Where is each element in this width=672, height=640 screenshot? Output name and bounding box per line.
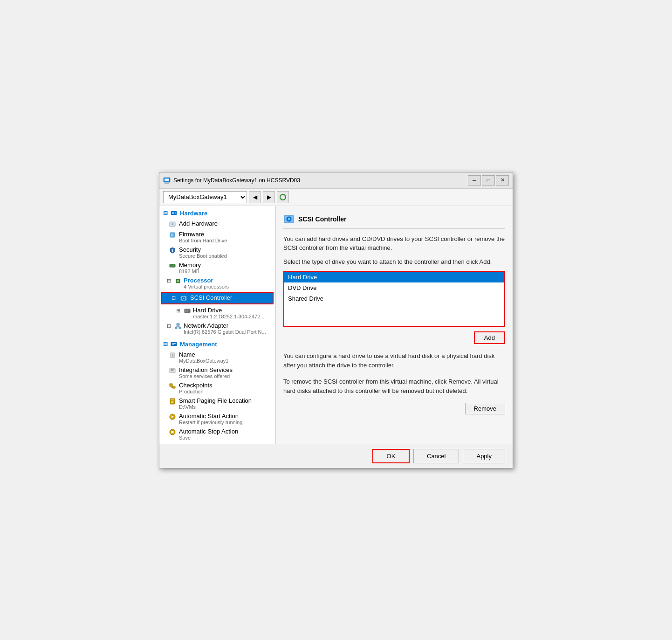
content-area: ⊟ Hardware + Add Hardwar <box>159 206 513 444</box>
name-label: Name <box>179 351 228 358</box>
app-icon <box>163 177 171 184</box>
maximize-button[interactable]: □ <box>482 175 495 186</box>
sidebar-item-paging[interactable]: Smart Paging File Location D:\VMs <box>159 396 275 411</box>
svg-rect-18 <box>171 267 171 268</box>
svg-rect-35 <box>179 327 181 329</box>
sidebar-item-name[interactable]: I Name MyDataBoxGateway1 <box>159 350 275 365</box>
sidebar-section-management[interactable]: ⊟ Management <box>159 339 275 350</box>
integration-icon <box>169 367 176 374</box>
sidebar-item-hard-drive[interactable]: ⊞ Hard Drive master.1.2.18252.1-304-2472… <box>159 305 275 321</box>
forward-button[interactable]: ▶ <box>263 191 275 203</box>
svg-rect-33 <box>177 323 179 325</box>
svg-rect-8 <box>175 213 176 213</box>
network-content: Network Adapter Intel(R) 82576 Gigabit D… <box>184 322 266 335</box>
drive-option-shared-drive[interactable]: Shared Drive <box>284 293 504 304</box>
scsi-content: SCSI Controller <box>190 294 232 301</box>
drive-option-hard-drive[interactable]: Hard Drive <box>284 272 504 282</box>
sidebar-item-security[interactable]: S Security Secure Boot enabled <box>159 245 275 260</box>
drive-option-dvd-drive[interactable]: DVD Drive <box>284 282 504 293</box>
sidebar-item-network[interactable]: ⊞ Network Adapter Intel(R) 82576 Gigabit <box>159 321 275 336</box>
add-hardware-content: Add Hardware <box>179 220 218 227</box>
sidebar-item-add-hardware[interactable]: + Add Hardware <box>159 219 275 229</box>
vm-selector[interactable]: MyDataBoxGateway1 <box>163 191 247 203</box>
svg-rect-3 <box>165 183 169 184</box>
back-button[interactable]: ◀ <box>249 191 261 203</box>
sidebar-item-processor[interactable]: ⊞ Processor 4 Virtual processors <box>159 275 275 291</box>
add-button[interactable]: Add <box>474 331 505 344</box>
auto-stop-label: Automatic Stop Action <box>179 428 238 435</box>
window-title: Settings for MyDataBoxGateway1 on HCSSRV… <box>173 177 465 184</box>
sidebar-item-memory[interactable]: Memory 8192 MB <box>159 260 275 275</box>
drive-listbox[interactable]: Hard Drive DVD Drive Shared Drive <box>283 271 505 327</box>
sidebar-item-checkpoints[interactable]: Checkpoints Production <box>159 380 275 396</box>
security-label: Security <box>179 246 227 253</box>
svg-rect-53 <box>171 399 174 400</box>
paging-sub: D:\VMs <box>179 404 252 410</box>
sidebar-item-integration[interactable]: Integration Services Some services offer… <box>159 365 275 380</box>
svg-text:+: + <box>171 222 173 227</box>
refresh-button[interactable] <box>277 191 289 203</box>
management-label: Management <box>180 341 217 348</box>
panel-header-icon <box>283 213 295 225</box>
network-icon <box>174 323 182 330</box>
svg-rect-25 <box>180 280 180 281</box>
memory-label: Memory <box>179 262 201 268</box>
auto-start-icon <box>169 413 176 420</box>
scsi-collapse-icon: ⊟ <box>171 295 177 301</box>
memory-content: Memory 8192 MB <box>179 262 201 274</box>
svg-rect-55 <box>171 402 173 403</box>
network-sub: Intel(R) 82576 Gigabit Dual Port N... <box>184 329 266 335</box>
sidebar-item-auto-start[interactable]: Automatic Start Action Restart if previo… <box>159 411 275 427</box>
checkpoints-content: Checkpoints Production <box>179 382 213 394</box>
add-hardware-label: Add Hardware <box>179 220 218 227</box>
auto-start-label: Automatic Start Action <box>179 413 242 420</box>
hard-drive-content: Hard Drive master.1.2.18252.1-304-2472..… <box>193 307 265 319</box>
svg-rect-41 <box>172 343 176 344</box>
panel-desc1: You can add hard drives and CD/DVD drive… <box>283 234 505 253</box>
svg-rect-16 <box>172 264 172 265</box>
panel-title: SCSI Controller <box>298 215 346 223</box>
name-icon: I <box>169 351 176 359</box>
processor-content: Processor 4 Virtual processors <box>184 277 229 289</box>
window-controls: ─ □ ✕ <box>468 175 509 186</box>
hardware-label: Hardware <box>180 210 207 217</box>
hard-drive-icon <box>184 307 191 315</box>
management-collapse-icon: ⊟ <box>163 341 168 347</box>
name-content: Name MyDataBoxGateway1 <box>179 351 228 364</box>
svg-rect-22 <box>177 280 179 282</box>
sidebar-item-auto-stop[interactable]: Automatic Stop Action Save <box>159 427 275 442</box>
remove-button[interactable]: Remove <box>465 403 505 414</box>
svg-rect-17 <box>173 264 174 265</box>
auto-stop-sub: Save <box>179 435 238 440</box>
firmware-icon: F <box>169 231 176 239</box>
firmware-label: Firmware <box>179 231 227 238</box>
ok-button[interactable]: OK <box>372 449 410 463</box>
svg-rect-34 <box>175 327 177 329</box>
firmware-sub: Boot from Hard Drive <box>179 238 227 243</box>
svg-text:F: F <box>171 233 174 236</box>
title-bar: Settings for MyDataBoxGateway1 on HCSSRV… <box>159 172 513 189</box>
svg-rect-6 <box>172 212 174 214</box>
svg-rect-1 <box>165 179 169 181</box>
apply-button[interactable]: Apply <box>463 449 505 463</box>
panel-header: SCSI Controller <box>283 213 505 229</box>
remove-btn-row: Remove <box>283 403 505 414</box>
cancel-button[interactable]: Cancel <box>413 449 459 463</box>
svg-rect-48 <box>170 384 172 386</box>
minimize-button[interactable]: ─ <box>468 175 481 186</box>
hard-drive-expand-icon: ⊞ <box>176 308 182 314</box>
processor-label: Processor <box>184 277 229 284</box>
svg-text:I: I <box>172 353 173 357</box>
sidebar-section-hardware[interactable]: ⊟ Hardware <box>159 208 275 219</box>
scsi-icon <box>180 295 187 302</box>
sidebar-item-firmware[interactable]: F Firmware Boot from Hard Drive <box>159 229 275 245</box>
security-sub: Secure Boot enabled <box>179 253 227 259</box>
network-label: Network Adapter <box>184 322 266 329</box>
close-button[interactable]: ✕ <box>496 175 509 186</box>
paging-label: Smart Paging File Location <box>179 397 252 404</box>
auto-start-content: Automatic Start Action Restart if previo… <box>179 413 242 425</box>
svg-rect-59 <box>171 431 174 433</box>
panel-desc4: To remove the SCSI controller from this … <box>283 377 505 395</box>
auto-stop-icon <box>169 428 176 436</box>
sidebar-item-scsi[interactable]: ⊟ SCSI Controller <box>162 293 273 303</box>
